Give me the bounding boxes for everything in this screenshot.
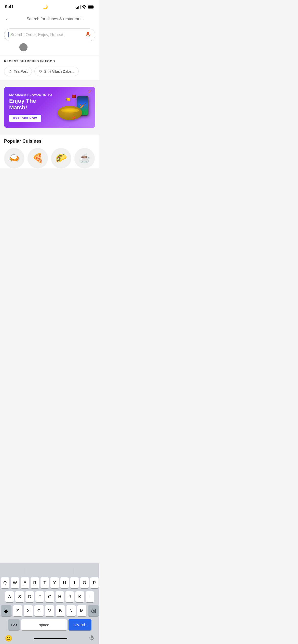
cuisines-section: Popular Cuisines 🍛 🍕 🌮 ☕ 🍜 — [0, 135, 99, 168]
cuisine-item-1[interactable]: 🍕 — [28, 148, 48, 168]
cricket-ball-deco — [72, 95, 76, 98]
nav-header: ← Search for dishes & restaurants — [0, 12, 99, 26]
svg-rect-1 — [88, 6, 93, 8]
scroll-indicator — [4, 41, 95, 51]
chip-label-1: Shiv Vilash Dabe... — [44, 69, 74, 74]
cuisine-img-1: 🍕 — [28, 148, 48, 168]
banner-illustration: 🏏 🍋 🌶️ — [58, 95, 88, 120]
search-area: Search, Order, Enjoy, Repeat! — [0, 26, 99, 55]
recent-chips-container: ↺ Tea Post ↺ Shiv Vilash Dabe... — [4, 67, 95, 76]
status-moon-icon: 🌙 — [43, 5, 48, 9]
wifi-icon — [82, 5, 86, 9]
back-button[interactable]: ← — [4, 15, 12, 23]
status-icons — [76, 5, 94, 9]
page-title: Search for dishes & restaurants — [15, 17, 95, 21]
banner-subtitle: MAXIMUM FLAVOURS TO — [9, 93, 54, 97]
banner-text: MAXIMUM FLAVOURS TO Enjoy The Match! EXP… — [9, 93, 54, 122]
food-bowl-deco — [58, 106, 82, 120]
recent-chip-1[interactable]: ↺ Shiv Vilash Dabe... — [34, 67, 78, 76]
banner-visual: 🏏 🍋 🌶️ — [56, 95, 90, 120]
cuisine-item-0[interactable]: 🍛 — [4, 148, 24, 168]
promo-banner[interactable]: MAXIMUM FLAVOURS TO Enjoy The Match! EXP… — [4, 87, 95, 128]
search-box[interactable]: Search, Order, Enjoy, Repeat! — [4, 28, 95, 41]
food-top — [61, 108, 79, 113]
status-bar: 9:41 🌙 — [0, 0, 99, 12]
cuisine-img-3: ☕ — [74, 148, 95, 168]
svg-rect-2 — [87, 32, 89, 35]
cuisine-img-2: 🌮 — [51, 148, 71, 168]
cuisine-emoji-0: 🍛 — [9, 153, 20, 164]
chili-deco: 🌶️ — [71, 115, 76, 119]
cuisine-emoji-2: 🌮 — [56, 153, 67, 164]
history-icon-1: ↺ — [39, 69, 42, 74]
explore-button[interactable]: EXPLORE NOW — [9, 115, 41, 122]
signal-icon — [76, 5, 80, 9]
cuisine-emoji-3: ☕ — [79, 153, 90, 164]
history-icon-0: ↺ — [8, 69, 12, 74]
cuisine-emoji-1: 🍕 — [32, 153, 44, 164]
search-placeholder: Search, Order, Enjoy, Repeat! — [10, 33, 85, 37]
status-time: 9:41 — [5, 4, 14, 9]
battery-icon — [88, 5, 94, 9]
cuisine-item-3[interactable]: ☕ — [74, 148, 95, 168]
mic-button[interactable] — [85, 31, 91, 38]
bowl-shape — [58, 106, 82, 120]
cuisine-img-0: 🍛 — [4, 148, 24, 168]
cuisines-row: 🍛 🍕 🌮 ☕ 🍜 — [4, 148, 95, 168]
lime-deco: 🍋 — [65, 97, 71, 101]
divider-2 — [0, 130, 99, 133]
cuisines-title: Popular Cuisines — [4, 139, 95, 144]
divider-1 — [0, 80, 99, 82]
cursor — [8, 32, 9, 37]
cuisine-item-2[interactable]: 🌮 — [51, 148, 71, 168]
banner-section: MAXIMUM FLAVOURS TO Enjoy The Match! EXP… — [0, 84, 99, 130]
recent-searches-section: RECENT SEARCHES IN FOOD ↺ Tea Post ↺ Shi… — [0, 56, 99, 80]
banner-title: Enjoy The Match! — [9, 98, 54, 111]
recent-chip-0[interactable]: ↺ Tea Post — [4, 67, 32, 76]
recent-searches-title: RECENT SEARCHES IN FOOD — [4, 60, 95, 63]
cricket-bat-deco: 🏏 — [88, 89, 92, 93]
chip-label-0: Tea Post — [14, 69, 28, 74]
